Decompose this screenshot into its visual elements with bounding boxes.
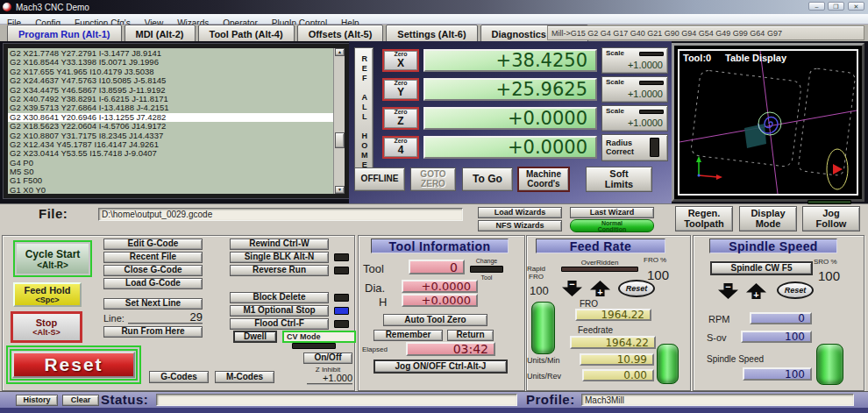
spindle-speed-label: Spindle Speed (707, 354, 764, 364)
m-codes-button[interactable]: M-Codes (215, 371, 274, 383)
tool-number-dro[interactable]: 0 (409, 260, 465, 274)
machine-coords-button[interactable]: Machine Coord's (517, 167, 570, 192)
feed-reset-button[interactable]: Reset (618, 280, 655, 297)
screen-tab[interactable]: MDI (Alt-2) (125, 25, 196, 43)
normal-condition-indicator[interactable]: Normal Condition (570, 219, 654, 232)
soft-limits-button[interactable]: Soft Limits (586, 167, 652, 192)
single-blk-button[interactable]: Single BLK Alt-N (230, 252, 329, 263)
minimize-button[interactable]: – (808, 2, 825, 11)
units-min-dro[interactable]: 10.99 (580, 353, 654, 366)
screen-tab[interactable]: Program Run (Alt-1) (7, 25, 122, 43)
cycle-start-button[interactable]: Cycle Start <Alt-R> (13, 240, 92, 277)
display-mode-button[interactable]: Display Mode (739, 206, 797, 231)
jog-follow-led (808, 200, 851, 204)
radius-correct-button[interactable]: Radius Correct (601, 134, 668, 161)
spindle-speed-slider[interactable] (816, 344, 843, 385)
remember-button[interactable]: Remember (374, 330, 443, 341)
x-axis-dro[interactable]: +38.4250 (423, 49, 597, 72)
cv-mode-indicator[interactable]: CV Mode (282, 331, 356, 343)
status-field[interactable] (156, 394, 517, 406)
spindle-reset-button[interactable]: Reset (777, 281, 814, 299)
maximize-button[interactable]: ❐ (828, 2, 844, 11)
gcode-list[interactable]: G2 X21.7748 Y27.2791 I-3.1477 J8.9141G2 … (8, 48, 333, 194)
offline-button[interactable]: OFFLINE (354, 167, 405, 191)
sov-dro[interactable]: 100 (741, 331, 812, 343)
load-gcode-button[interactable]: Load G-Code (103, 278, 203, 289)
spindle-cw-button[interactable]: Spindle CW F5 (710, 261, 813, 275)
edit-gcode-button[interactable]: Edit G-Code (103, 239, 203, 250)
stop-button[interactable]: Stop <Alt-S> (11, 311, 82, 343)
set-next-line-button[interactable]: Set Next Line (103, 298, 203, 310)
jog-onoff-button[interactable]: Jog ON/OFF Ctrl-Alt-J (374, 360, 508, 374)
zero-z-button[interactable]: Zero Z (382, 107, 419, 130)
gcode-line[interactable]: M5 S0 (8, 167, 333, 176)
scroll-thumb[interactable] (335, 132, 345, 148)
gcode-line[interactable]: G4 P0 (8, 159, 333, 167)
ref-all-home-button[interactable]: REF ALL HOME (354, 47, 374, 176)
close-button[interactable]: ✕ (848, 2, 864, 11)
units-rev-dro[interactable]: 0.00 (582, 369, 654, 381)
z-scale-box[interactable]: Scale +1.0000 (601, 105, 668, 132)
clear-button[interactable]: Clear (62, 395, 99, 406)
close-gcode-button[interactable]: Close G-Code (103, 265, 203, 276)
fro-slider[interactable] (531, 302, 555, 354)
recent-file-button[interactable]: Recent File (103, 252, 203, 263)
tool-dia-dro[interactable]: +0.0000 (402, 280, 478, 293)
jog-follow-button[interactable]: Jog Follow (802, 206, 860, 231)
m1-optional-stop-led (334, 307, 349, 315)
a-axis-dro[interactable]: +0.0000 (423, 136, 597, 159)
toolpath-display[interactable]: Tool:0 Table Display (678, 49, 858, 196)
screen-tab[interactable]: Offsets (Alt-5) (297, 25, 384, 43)
flood-button[interactable]: Flood Ctrl-F (230, 318, 329, 330)
screen-tab[interactable]: Settings (Alt-6) (386, 25, 477, 43)
fro-dro[interactable]: 1964.22 (575, 309, 651, 321)
zero-x-button[interactable]: Zero X (382, 49, 419, 72)
elapsed-time-dro[interactable]: 03:42 (406, 342, 495, 356)
reset-button[interactable]: Reset (12, 352, 135, 378)
return-button[interactable]: Return (447, 330, 494, 341)
y-axis-dro[interactable]: +25.9625 (423, 78, 597, 101)
file-path-field[interactable]: D:\home\output_0029.gcode (98, 208, 463, 221)
screen-tab[interactable]: Tool Path (Alt-4) (198, 25, 295, 43)
line-number-field[interactable]: 29 (128, 311, 203, 324)
feedrate-slider[interactable] (657, 344, 679, 384)
rewind-button[interactable]: Rewind Ctrl-W (230, 239, 329, 250)
feedrate-dro[interactable]: 1964.22 (570, 336, 656, 349)
load-wizards-button[interactable]: Load Wizards (478, 207, 562, 218)
m1-optional-stop-button[interactable]: M1 Optional Stop (230, 305, 329, 317)
scroll-up-arrow[interactable]: ▲ (335, 48, 345, 56)
zero-4-button[interactable]: Zero 4 (382, 136, 419, 159)
spindle-speed-dro[interactable]: 100 (743, 367, 812, 381)
block-delete-button[interactable]: Block Delete (230, 292, 329, 303)
gcode-line[interactable]: G2 X23.0414 Y53.55 I15.7418 J-9.0407 (8, 149, 333, 158)
change-tool-label-top: Change (468, 258, 505, 264)
dwell-button[interactable]: Dwell (233, 331, 277, 343)
z-inhibit-onoff-button[interactable]: On/Off (303, 352, 352, 364)
profile-field[interactable]: Mach3Mill (581, 394, 854, 406)
gcode-line[interactable]: G2 X18.5623 Y22.0604 I-4.5706 J14.9172 (8, 122, 333, 131)
gcode-line[interactable]: G1 X0 Y0 (8, 186, 333, 194)
scroll-down-arrow[interactable]: ▼ (335, 186, 345, 194)
profile-text: Mach3Mill (582, 395, 624, 405)
x-scale-box[interactable]: Scale +1.0000 (601, 47, 668, 74)
z-axis-dro[interactable]: +0.0000 (423, 107, 597, 130)
gcode-line[interactable]: G2 X24.4637 Y47.5763 I10.5085 J-5.8145 (8, 76, 333, 85)
regen-toolpath-button[interactable]: Regen. Toolpath (675, 206, 733, 231)
history-button[interactable]: History (16, 395, 58, 406)
feed-hold-button[interactable]: Feed Hold <Spc> (13, 282, 82, 307)
last-wizard-button[interactable]: Last Wizard (570, 207, 654, 218)
run-from-here-button[interactable]: Run From Here (103, 326, 203, 338)
reverse-run-button[interactable]: Reverse Run (230, 265, 329, 276)
y-scale-box[interactable]: Scale +1.0000 (601, 76, 668, 103)
nfs-wizards-button[interactable]: NFS Wizards (478, 220, 562, 231)
zero-y-button[interactable]: Zero Y (382, 78, 419, 101)
gcode-scrollbar[interactable]: ▲ ▼ (333, 48, 345, 194)
g-codes-button[interactable]: G-Codes (149, 371, 209, 383)
gcode-line[interactable]: G1 F500 (8, 176, 333, 185)
to-go-button[interactable]: To Go (462, 167, 513, 191)
auto-tool-zero-button[interactable]: Auto Tool Zero (383, 314, 487, 326)
tool-height-dro[interactable]: +0.0000 (402, 294, 478, 307)
goto-zero-button[interactable]: GOTO ZERO (410, 167, 456, 191)
z-inhibit-value-field[interactable]: +1.000 (307, 373, 352, 385)
rpm-dro[interactable]: 0 (750, 312, 812, 324)
